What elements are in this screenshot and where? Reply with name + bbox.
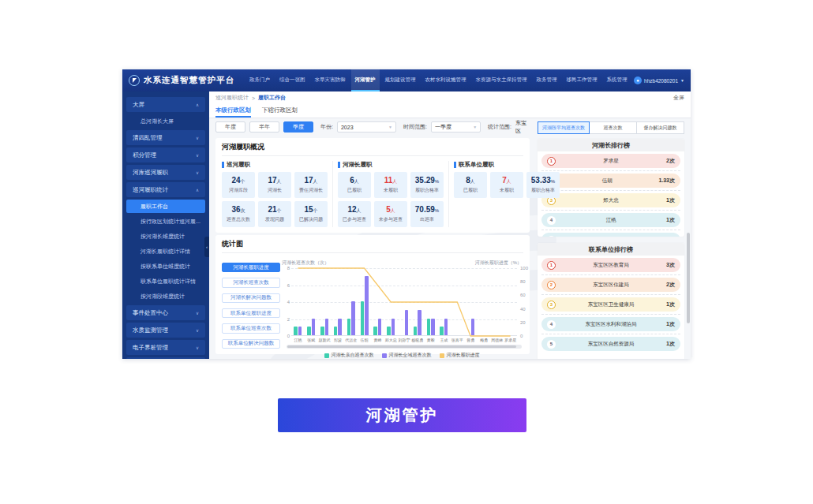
breadcrumb-current: 履职工作台 xyxy=(258,94,286,102)
sidebar-subitem[interactable]: 按联系单位维度统计 xyxy=(126,259,205,273)
user-menu[interactable]: ● hhzb42080201 ▼ xyxy=(634,77,684,84)
sidebar-item[interactable]: 清四乱管理∨ xyxy=(126,130,205,145)
chart-bar[interactable] xyxy=(347,319,351,336)
chart-bar[interactable] xyxy=(418,310,421,335)
chart-mode-button[interactable]: 河湖长巡查次数 xyxy=(222,278,280,287)
chart-bar[interactable] xyxy=(338,319,342,336)
sidebar-item[interactable]: 水质监测管理∨ xyxy=(126,323,205,338)
sidebar-item[interactable]: 大屏∧ xyxy=(126,97,205,112)
x-axis-label: 彭波 xyxy=(331,338,344,342)
top-navbar: 水系连通智慧管护平台 政务门户综合一张图水旱灾害防御河湖管护规划建设管理农村水利… xyxy=(122,69,691,91)
chart-bar[interactable] xyxy=(325,319,329,336)
nav-item[interactable]: 水旱灾害防御 xyxy=(311,69,350,91)
chart-bar[interactable] xyxy=(414,327,418,335)
chart-bar[interactable] xyxy=(334,327,338,335)
nav-item[interactable]: 综合一张图 xyxy=(275,69,309,91)
year-select[interactable]: 2023 ▼ xyxy=(337,121,396,133)
chart-mode-button[interactable]: 河湖长解决问题数 xyxy=(222,293,280,303)
sidebar-subitem[interactable]: 总河湖长大屏 xyxy=(126,114,205,128)
period-button[interactable]: 年度 xyxy=(215,121,245,133)
panel-scrollbar[interactable] xyxy=(687,233,690,323)
legend-item[interactable]: 河湖长亲自巡查次数 xyxy=(324,352,374,359)
ranking-row[interactable]: 4江艳1次 xyxy=(541,213,680,227)
sidebar-item-label: 大屏 xyxy=(133,101,144,109)
stat-unit: 人 xyxy=(354,179,359,184)
chart-bar[interactable] xyxy=(378,319,382,336)
x-axis-label: 刘孙宁 xyxy=(398,338,411,342)
range-select[interactable]: 一季度 ▼ xyxy=(431,121,481,133)
nav-item[interactable]: 政务管理 xyxy=(533,69,561,91)
sidebar-item[interactable]: 电子界桩管理∨ xyxy=(126,340,205,355)
nav-item[interactable]: 农村水利设施管理 xyxy=(421,69,470,91)
ranking-row[interactable]: 5黄毅1次 xyxy=(541,233,680,237)
nav-item[interactable]: 政务门户 xyxy=(245,69,274,91)
nav-item[interactable]: 河湖管护 xyxy=(351,69,380,91)
ranking-row[interactable]: 5东宝区区自然资源局1次 xyxy=(541,337,680,351)
sidebar-item[interactable]: 河库巡河履职∨ xyxy=(126,165,205,180)
chart-bar[interactable] xyxy=(307,327,311,335)
chart-bar[interactable] xyxy=(431,319,435,336)
sidebar-subitem[interactable]: 按河湖长维度统计 xyxy=(126,230,205,243)
nav-item[interactable]: 移民工作管理 xyxy=(563,69,601,91)
chart-bar[interactable] xyxy=(387,327,391,335)
chart-mode-button[interactable]: 河湖长履职进度 xyxy=(222,263,280,272)
chart-bar[interactable] xyxy=(351,301,355,335)
period-button[interactable]: 半年 xyxy=(249,121,279,133)
sidebar-subitem[interactable]: 河湖长履职统计详情 xyxy=(126,245,205,258)
stat-group-label: 巡河履职 xyxy=(227,161,250,169)
nav-item[interactable]: 系统管理 xyxy=(603,69,631,91)
level-tab[interactable]: 下辖行政区划 xyxy=(262,104,298,118)
ranking-name: 伍朝 xyxy=(556,177,658,185)
ranking-row-wrap: 1罗承星2次 xyxy=(541,154,680,171)
chart-bar[interactable] xyxy=(444,319,448,336)
legend-swatch xyxy=(324,353,329,358)
chart-bar[interactable] xyxy=(320,327,324,335)
chart-scrollbar-thumb[interactable] xyxy=(287,345,516,348)
chart-bar[interactable] xyxy=(440,327,444,335)
ranking-row[interactable]: 3东宝区区卫生健康局1次 xyxy=(541,297,680,312)
sidebar-subitem[interactable]: 按行政区划统计巡河履... xyxy=(126,215,205,228)
ranking-row[interactable]: 1罗承星2次 xyxy=(541,154,680,168)
level-tab[interactable]: 本级行政区划 xyxy=(215,104,251,118)
chart-bar[interactable] xyxy=(427,319,431,336)
chart-bar[interactable] xyxy=(373,327,377,335)
chart-bar[interactable] xyxy=(471,319,475,336)
chart-bar[interactable] xyxy=(298,327,302,335)
stat-unit: % xyxy=(435,208,439,213)
ranking-row[interactable]: 4东宝区区水利和湖泊局1次 xyxy=(541,317,680,331)
sidebar-subitem[interactable]: 按河湖段维度统计 xyxy=(126,289,205,303)
legend-item[interactable]: 河湖长全域巡查次数 xyxy=(382,352,432,359)
stat-group-title: 河湖长履职 xyxy=(338,161,444,169)
chart-mode-button[interactable]: 联系单位解决问题数 xyxy=(222,339,280,349)
sidebar-item[interactable]: 事件处置中心∨ xyxy=(126,305,205,320)
chart-mode-button[interactable]: 联系单位履职进度 xyxy=(222,308,280,318)
sidebar-subitem[interactable]: 履职工作台 xyxy=(126,200,205,213)
period-button[interactable]: 季度 xyxy=(283,121,313,133)
ranking-row[interactable]: 2伍朝1.33次 xyxy=(541,174,680,188)
ranking-tab[interactable]: 河湖段平均巡查次数 xyxy=(538,121,590,134)
sidebar-item[interactable]: 巡河履职统计∧ xyxy=(126,182,205,197)
sidebar-item[interactable]: 无人机管理∨ xyxy=(126,357,205,359)
fullscreen-button[interactable]: 全屏 xyxy=(673,94,684,102)
breadcrumb-parent[interactable]: 巡河履职统计 xyxy=(215,94,249,102)
nav-item[interactable]: 水资源与水土保持管理 xyxy=(472,69,531,91)
sidebar-subitem[interactable]: 联系单位履职统计详情 xyxy=(126,274,205,288)
sidebar-item[interactable]: 积分管理∨ xyxy=(126,147,205,162)
chart-bar[interactable] xyxy=(392,319,395,336)
ranking-row[interactable]: 1东宝区区教育局3次 xyxy=(541,258,680,272)
legend-item[interactable]: 河湖长履职进度 xyxy=(440,352,480,359)
chart-scrollbar[interactable] xyxy=(287,345,522,349)
chart-bar[interactable] xyxy=(312,319,316,336)
stat-label: 巡查总次数 xyxy=(227,216,250,223)
ranking-tab[interactable]: 督办解决问题数 xyxy=(636,121,684,134)
chart-bar[interactable] xyxy=(361,301,365,335)
legend-swatch xyxy=(382,353,387,358)
ranking-row[interactable]: 2东宝区区住建局2次 xyxy=(541,278,680,292)
chart-bar[interactable] xyxy=(294,327,298,335)
ranking-row[interactable]: 3郑大忠1次 xyxy=(541,193,680,207)
chart-mode-button[interactable]: 联系单位巡查次数 xyxy=(222,323,280,333)
ranking-tab[interactable]: 巡查次数 xyxy=(589,121,637,134)
chart-bar[interactable] xyxy=(365,276,369,335)
nav-item[interactable]: 规划建设管理 xyxy=(381,69,420,91)
chart-bar[interactable] xyxy=(405,310,409,335)
